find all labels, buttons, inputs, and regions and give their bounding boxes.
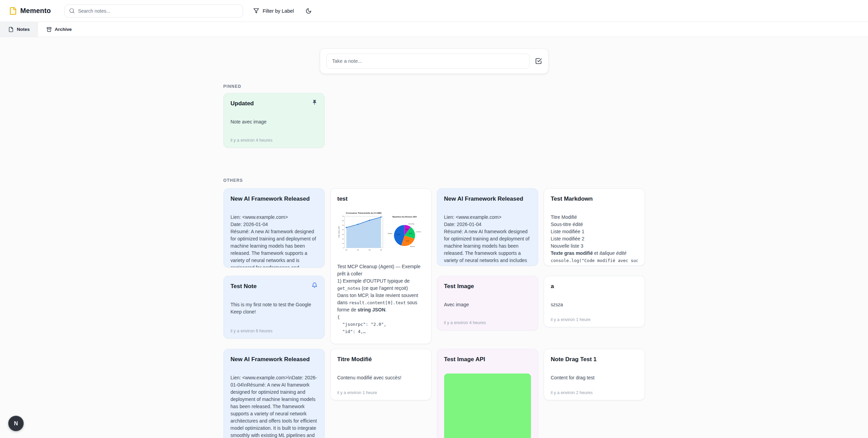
app-header: Memento Filter by Label <box>0 0 868 22</box>
note-timestamp: il y a environ 1 heure <box>551 312 638 322</box>
note-card-test-note[interactable]: Test Note This is my first note to test … <box>223 276 325 339</box>
note-body: Lien: <www.example.com> Date: 2026-01-04… <box>231 214 317 268</box>
note-attached-charts-image: Croissance Trimestrielle du CA (M€)01020… <box>337 208 424 259</box>
note-title: Test Image API <box>444 355 531 363</box>
filter-by-label-button[interactable]: Filter by Label <box>253 8 294 14</box>
pin-icon[interactable] <box>312 99 317 105</box>
svg-text:Répartition des Revenus 2024: Répartition des Revenus 2024 <box>392 216 417 218</box>
notes-content: PINNED Updated Note avec image il y a en… <box>223 84 645 438</box>
svg-text:Croissance Trimestrielle du CA: Croissance Trimestrielle du CA (M€) <box>346 212 381 214</box>
note-card-titre-modifie[interactable]: Titre Modifié Contenu modifié avec succè… <box>330 349 431 400</box>
svg-text:Licences: Licences <box>416 231 421 233</box>
note-title: a <box>551 282 638 290</box>
note-card-test-image-api[interactable]: Test Image API <box>437 349 538 438</box>
svg-text:30: 30 <box>342 234 344 235</box>
others-section-label: OTHERS <box>223 178 645 183</box>
svg-text:20: 20 <box>342 238 344 240</box>
note-body: Lien: <www.example.com>\nDate: 2026-01-0… <box>231 374 317 438</box>
svg-text:Q1: Q1 <box>345 249 347 251</box>
tab-notes-label: Notes <box>17 27 30 32</box>
note-body: Titre ModifiéSous-titre éditéListe modif… <box>551 214 638 264</box>
pinned-section-label: PINNED <box>223 84 645 89</box>
pie-chart: Répartition des Revenus 202410.0%Consult… <box>386 208 424 259</box>
note-body: Note avec image <box>231 118 317 126</box>
svg-text:Services: Services <box>410 246 415 247</box>
svg-text:0: 0 <box>343 247 344 249</box>
note-body: Avec image <box>444 301 531 308</box>
note-body: szsza <box>551 301 638 308</box>
note-timestamp: il y a environ 2 heures <box>551 386 638 395</box>
note-attached-green-image <box>444 374 531 438</box>
svg-text:40: 40 <box>342 229 344 230</box>
search-bar[interactable] <box>65 4 243 17</box>
search-icon <box>69 8 75 14</box>
avatar-initial: N <box>14 421 18 427</box>
svg-text:Q3: Q3 <box>368 249 370 251</box>
search-input[interactable] <box>78 8 239 14</box>
filter-by-label-text: Filter by Label <box>263 8 294 14</box>
note-title: test <box>337 195 424 203</box>
tab-notes[interactable]: Notes <box>0 22 38 37</box>
new-checklist-button[interactable] <box>535 58 542 64</box>
check-square-icon <box>535 58 542 64</box>
note-composer <box>320 48 548 74</box>
user-avatar-button[interactable]: N <box>8 416 24 431</box>
pinned-grid: Updated Note avec image il y a environ 4… <box>223 93 645 148</box>
svg-text:20.0%: 20.0% <box>409 233 412 234</box>
note-card-test-image[interactable]: Test Image Avec image il y a environ 4 h… <box>437 276 538 330</box>
note-body: Lien: <www.example.com> Date: 2026-01-04… <box>444 214 531 266</box>
tab-archive[interactable]: Archive <box>38 22 80 37</box>
note-card-updated[interactable]: Updated Note avec image il y a environ 4… <box>223 93 325 148</box>
note-title: New AI Framework Released <box>444 195 531 203</box>
moon-icon <box>305 8 312 14</box>
note-body: Contenu modifié avec succès! <box>337 374 424 381</box>
svg-text:Consulting: Consulting <box>408 223 414 225</box>
svg-text:Chiffre d'affaires (M€): Chiffre d'affaires (M€) <box>338 226 340 238</box>
note-timestamp: il y a environ 4 heures <box>231 133 317 143</box>
svg-text:45.0%: 45.0% <box>397 234 400 235</box>
notes-grid: New AI Framework Released Lien: <www.exa… <box>223 188 645 438</box>
note-card-new-ai-framework-3[interactable]: New AI Framework Released Lien: <www.exa… <box>223 349 325 438</box>
note-title: New AI Framework Released <box>231 195 317 203</box>
app-logo: Memento <box>9 7 51 15</box>
note-body: This is my first note to test the Google… <box>231 301 317 316</box>
note-card-note-drag-test-1[interactable]: Note Drag Test 1 Content for drag test i… <box>544 349 645 400</box>
note-timestamp: il y a environ 1 heure <box>337 386 424 395</box>
note-title: Note Drag Test 1 <box>551 355 638 363</box>
svg-text:10.0%: 10.0% <box>405 229 408 230</box>
note-title: Test Note <box>231 282 257 290</box>
svg-text:60: 60 <box>342 220 344 222</box>
file-icon <box>8 27 14 32</box>
note-title: Test Image <box>444 282 531 290</box>
theme-toggle-button[interactable] <box>305 8 312 14</box>
note-body: Test MCP Cleanup (Agent) — Exemple prêt … <box>337 263 424 335</box>
svg-text:50: 50 <box>342 225 344 226</box>
area-chart: Croissance Trimestrielle du CA (M€)01020… <box>337 208 385 259</box>
svg-text:Q2: Q2 <box>357 249 359 251</box>
note-timestamp: il y a environ 4 heures <box>444 316 531 325</box>
note-card-new-ai-framework-1[interactable]: New AI Framework Released Lien: <www.exa… <box>223 188 325 268</box>
tab-archive-label: Archive <box>55 27 72 32</box>
note-card-test-markdown[interactable]: Test Markdown Titre ModifiéSous-titre éd… <box>544 188 645 266</box>
svg-text:10: 10 <box>342 243 344 244</box>
svg-text:Produits: Produits <box>388 233 393 234</box>
archive-icon <box>46 27 52 32</box>
svg-text:Q4: Q4 <box>380 249 382 251</box>
note-card-a[interactable]: a szsza il y a environ 1 heure <box>544 276 645 327</box>
svg-text:70: 70 <box>342 216 344 217</box>
note-title: Test Markdown <box>551 195 638 203</box>
tab-bar: Notes Archive <box>0 22 868 37</box>
take-a-note-input[interactable] <box>326 54 530 69</box>
note-card-new-ai-framework-2[interactable]: New AI Framework Released Lien: <www.exa… <box>437 188 538 266</box>
bell-icon[interactable] <box>312 282 317 288</box>
note-card-test[interactable]: test Croissance Trimestrielle du CA (M€)… <box>330 188 431 344</box>
app-title: Memento <box>20 7 51 15</box>
note-body: Content for drag test <box>551 374 638 381</box>
note-timestamp: il y a environ 6 heures <box>231 324 317 333</box>
note-title: Titre Modifié <box>337 355 424 363</box>
note-title: Updated <box>231 99 254 107</box>
note-file-logo-icon <box>9 7 17 15</box>
funnel-icon <box>253 8 259 14</box>
note-title: New AI Framework Released <box>231 355 317 363</box>
svg-text:25.0%: 25.0% <box>406 240 409 242</box>
